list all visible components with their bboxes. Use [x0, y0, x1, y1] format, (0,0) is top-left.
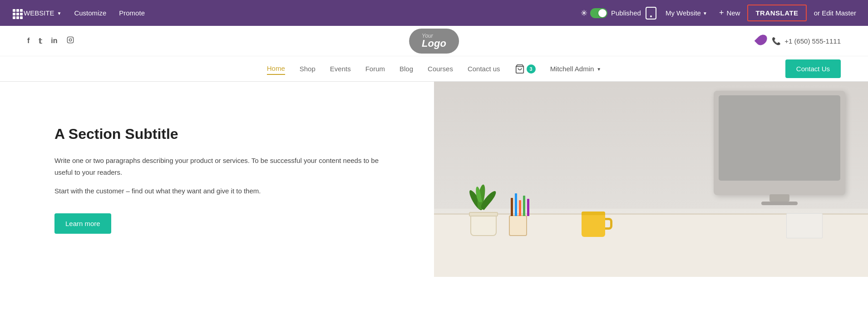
cart-icon[interactable]: 3 [515, 64, 536, 74]
facebook-icon[interactable]: f [27, 37, 30, 45]
section-body-1: Write one or two paragraphs describing y… [54, 155, 398, 178]
learn-more-button[interactable]: Learn more [54, 213, 111, 234]
nav-courses[interactable]: Courses [428, 63, 453, 74]
header-right: 📞 +1 (650) 555-1111 [757, 34, 841, 48]
mug-body [582, 212, 605, 237]
svg-point-1 [69, 39, 71, 41]
admin-bar: WEBSITE ▼ Customize Promote ✳ Published … [0, 0, 868, 26]
nav-contact-us[interactable]: Contact us [468, 63, 500, 74]
publish-toggle-wrapper: Published [590, 8, 641, 18]
logo[interactable]: Your Logo [409, 29, 459, 54]
pencil-1 [511, 198, 513, 216]
new-button[interactable]: + New [715, 5, 745, 20]
website-chevron-icon: ▼ [57, 11, 62, 16]
pencil-2 [515, 193, 517, 216]
plus-icon: + [719, 8, 724, 18]
phone-icon: 📞 [772, 37, 781, 45]
svg-point-2 [72, 38, 72, 39]
publish-toggle[interactable] [590, 8, 607, 18]
section-body-2: Start with the customer – find out what … [54, 185, 398, 197]
monitor-stand-neck [769, 194, 789, 202]
translate-button[interactable]: TRANSLATE [747, 5, 806, 21]
pot-rim [469, 212, 498, 217]
pencil-5 [527, 199, 529, 216]
grid-icon [13, 9, 21, 17]
monitor [714, 91, 845, 195]
my-website-button[interactable]: My Website ▼ [661, 6, 712, 20]
learn-more-label: Learn more [65, 220, 100, 227]
admin-bar-left: WEBSITE ▼ Customize Promote [7, 6, 579, 20]
desk-scene [434, 82, 868, 277]
pencil-holder-group [509, 215, 527, 236]
twitter-icon[interactable]: 𝕥 [39, 37, 42, 45]
section-subtitle: A Section Subtitle [54, 125, 398, 144]
pencil-cup [509, 215, 527, 236]
toggle-knob [598, 9, 607, 17]
user-menu[interactable]: Mitchell Admin ▼ [550, 65, 602, 73]
notification-icon[interactable]: ✳ [581, 8, 587, 18]
instagram-icon[interactable] [67, 36, 74, 45]
logo-main-text: Logo [422, 38, 446, 49]
droplet-icon-wrapper [757, 34, 766, 48]
plant-container [470, 213, 497, 236]
customize-button[interactable]: Customize [69, 6, 112, 20]
pencil-3 [519, 200, 521, 216]
my-website-label: My Website [666, 9, 701, 17]
edit-master-button[interactable]: or Edit Master [809, 6, 861, 20]
nav-contact-us-label: Contact us [468, 65, 500, 73]
user-menu-chevron-icon: ▼ [597, 67, 601, 72]
website-button[interactable]: WEBSITE ▼ [7, 6, 67, 20]
my-website-chevron-icon: ▼ [703, 11, 707, 16]
content-right [434, 82, 868, 277]
nav-bar: Home Shop Events Forum Blog Courses Cont… [0, 56, 868, 81]
mug-container [582, 212, 605, 237]
nav-home[interactable]: Home [267, 63, 285, 75]
edit-master-label: or Edit Master [814, 9, 856, 17]
monitor-base [761, 202, 798, 205]
new-label: New [726, 9, 740, 17]
droplet-icon [755, 33, 769, 48]
promote-button[interactable]: Promote [113, 6, 150, 20]
phone-number: +1 (650) 555-1111 [784, 37, 841, 45]
published-label: Published [611, 9, 641, 17]
mug-handle [605, 218, 612, 230]
translate-label: TRANSLATE [755, 9, 798, 17]
nav-events[interactable]: Events [330, 63, 351, 74]
customize-label: Customize [74, 9, 106, 17]
nav-shop[interactable]: Shop [300, 63, 316, 74]
header-phone: 📞 +1 (650) 555-1111 [772, 37, 841, 45]
header-top: f 𝕥 in Your Logo 📞 [0, 26, 868, 56]
desk-surface [434, 213, 868, 277]
svg-rect-0 [67, 37, 73, 43]
nav-blog[interactable]: Blog [399, 63, 413, 74]
site-header: f 𝕥 in Your Logo 📞 [0, 26, 868, 82]
social-icons: f 𝕥 in [27, 36, 74, 45]
mug-rim [582, 212, 605, 215]
promote-label: Promote [119, 9, 145, 17]
mobile-preview-icon[interactable] [646, 7, 656, 20]
nav-forum[interactable]: Forum [365, 63, 385, 74]
contact-us-label: Contact Us [796, 65, 830, 73]
notebook [786, 213, 823, 238]
plant-leaves [468, 184, 498, 216]
pencil-4 [523, 196, 525, 216]
cart-badge: 3 [527, 64, 536, 74]
content-left: A Section Subtitle Write one or two para… [0, 82, 434, 277]
logo-oval[interactable]: Your Logo [409, 29, 459, 54]
pencils [511, 193, 529, 216]
monitor-screen [719, 95, 840, 181]
pot-body [470, 213, 497, 236]
main-content: A Section Subtitle Write one or two para… [0, 82, 868, 277]
admin-bar-right: ✳ Published My Website ▼ + New TRANSLATE… [581, 5, 861, 21]
user-name: Mitchell Admin [550, 65, 594, 73]
website-label: WEBSITE [24, 9, 54, 17]
cart-count: 3 [530, 66, 533, 72]
linkedin-icon[interactable]: in [51, 37, 57, 45]
contact-us-button[interactable]: Contact Us [785, 59, 841, 78]
